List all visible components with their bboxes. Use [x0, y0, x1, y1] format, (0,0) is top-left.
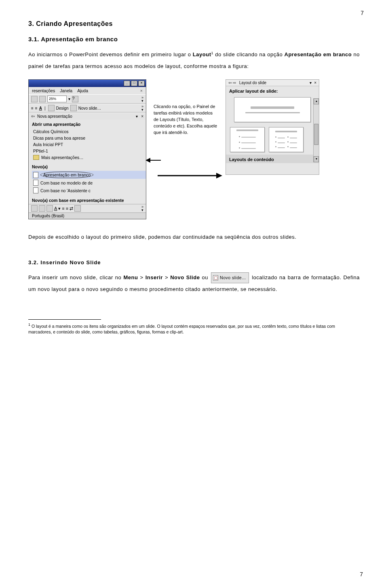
- heading-3-2: 3.2. Inserindo Novo Slide: [28, 259, 360, 265]
- text: do slide clicando na opção: [213, 51, 285, 57]
- layout-pane-header[interactable]: ⇦ ⇨ Layout do slide ▾ ×: [226, 80, 319, 86]
- button-label: Novo slide…: [220, 273, 246, 282]
- toolbar-overflow-icon[interactable]: »▾: [141, 96, 143, 102]
- footnote-text: O layout é a maneira como os itens são o…: [28, 324, 335, 334]
- arrow-right-icon: [158, 172, 222, 180]
- layout-pane-title: Layout do slide: [236, 81, 310, 85]
- text-bold-apres: Apresentação em branco: [285, 51, 352, 57]
- pane-header[interactable]: ⇦ Nova apresentação ▾ ×: [29, 113, 146, 120]
- layout-thumbnail-title[interactable]: [234, 97, 311, 122]
- open-item[interactable]: Cálculos Químicos: [32, 128, 146, 135]
- toolbar-overflow-icon[interactable]: »▾: [141, 205, 143, 212]
- text: Para inserir um novo slide, clicar no: [28, 274, 123, 280]
- callout-text: Clicando na opção, o Painel de tarefas e…: [154, 104, 218, 136]
- section-new: Novo(a): [29, 162, 146, 170]
- heading-3-1: 3.1. Apresentação em branco: [28, 36, 360, 42]
- toolbar-2: ≡≡ A | Design Novo slide… »▾: [29, 104, 146, 113]
- new-blank-presentation[interactable]: Apresentação em branco: [32, 171, 146, 179]
- separator: >: [138, 274, 145, 280]
- paragraph-after-figs: Depois de escolhido o layout do primeiro…: [28, 231, 360, 243]
- open-item[interactable]: Dicas para uma boa aprese: [32, 135, 146, 141]
- list-item-label: PPtiel-1: [33, 149, 48, 153]
- view-icon[interactable]: [39, 205, 45, 212]
- toolbar-icon[interactable]: [39, 96, 46, 102]
- document-icon: [33, 180, 38, 186]
- open-item[interactable]: Aula Inicial PPT: [32, 141, 146, 148]
- menu-window[interactable]: Janela: [60, 88, 72, 93]
- footnote: 1 O layout é a maneira como os itens são…: [28, 322, 360, 335]
- list-new: Apresentação em branco Com base no model…: [29, 170, 146, 196]
- text-bold-layout: Layout: [193, 51, 211, 57]
- window-titlebar: _ □ ×: [29, 80, 146, 87]
- view-icon[interactable]: [46, 205, 53, 212]
- close-button[interactable]: ×: [138, 81, 145, 86]
- list-item-label: Com base no modelo de de: [40, 180, 93, 185]
- prev-icon[interactable]: ⇦ ⇨: [228, 81, 236, 85]
- minimize-button[interactable]: _: [124, 81, 130, 86]
- paragraph-3-1: Ao iniciarmos o PowerPoint devemos defin…: [28, 49, 360, 72]
- help-icon[interactable]: ?: [72, 96, 78, 102]
- page-number-top: 7: [361, 10, 364, 16]
- toolbar-overflow-icon[interactable]: »▾: [141, 105, 143, 111]
- scroll-up-icon[interactable]: ▴: [314, 98, 319, 104]
- view-icon[interactable]: [31, 205, 38, 212]
- toolbar-icon[interactable]: [31, 96, 38, 102]
- new-slide-button[interactable]: Novo slide…: [78, 106, 101, 110]
- content-layouts-label: Layouts de conteúdo: [226, 155, 319, 163]
- maximize-button[interactable]: □: [131, 81, 137, 86]
- new-slide-toolbar-button[interactable]: Novo slide…: [211, 272, 249, 283]
- new-slide-label: Novo Slide: [170, 274, 200, 280]
- design-icon[interactable]: [48, 105, 55, 111]
- close-pane-icon[interactable]: ×: [314, 81, 316, 85]
- open-item[interactable]: PPtiel-1: [32, 148, 146, 154]
- figure-right-layoutpane: ⇦ ⇨ Layout do slide ▾ × Aplicar layout d…: [226, 79, 319, 175]
- heading-main: 3. Criando Apresentações: [28, 20, 360, 28]
- design-button[interactable]: Design: [56, 106, 69, 110]
- menubar: resentações Janela Ajuda ×: [29, 87, 146, 94]
- arrow-left-icon: [146, 154, 162, 166]
- status-bar: Português (Brasil): [29, 212, 146, 219]
- new-from-wizard[interactable]: Com base no 'Assistente c: [32, 187, 146, 194]
- scroll-thumb[interactable]: [314, 124, 318, 145]
- section-based-on: Novo(a) com base em apresentação existen…: [29, 196, 146, 204]
- insert-label: Inserir: [146, 274, 163, 280]
- layout-thumbnail[interactable]: [269, 127, 304, 152]
- document-icon: [33, 187, 38, 193]
- menu-presentations[interactable]: resentações: [32, 88, 55, 93]
- list-item-label: Mais apresentações…: [41, 155, 83, 160]
- footnote-separator: [28, 319, 101, 320]
- pane-title: Nova apresentação: [35, 114, 136, 119]
- svg-marker-3: [216, 173, 222, 178]
- new-slide-icon[interactable]: [70, 105, 77, 111]
- zoom-combo[interactable]: 25%: [47, 96, 67, 102]
- menu-label: Menu: [123, 274, 138, 280]
- menu-help[interactable]: Ajuda: [77, 88, 88, 93]
- list-item-label: Aula Inicial PPT: [33, 142, 63, 147]
- section-open: Abrir uma apresentação: [29, 120, 146, 127]
- view-icon[interactable]: [74, 205, 81, 212]
- view-buttons-row: A ▾ ≡≡⇄ »▾: [29, 204, 146, 212]
- prev-icon[interactable]: ⇦: [31, 114, 35, 119]
- figure-left-taskpane: _ □ × resentações Janela Ajuda × 25% ▾ ?…: [28, 79, 146, 219]
- dropdown-icon[interactable]: ▾: [310, 81, 312, 85]
- toolbar-1: 25% ▾ ? »▾: [29, 94, 146, 104]
- text: ou: [200, 274, 210, 280]
- list-open: Cálculos Químicos Dicas para uma boa apr…: [29, 127, 146, 162]
- text: Ao iniciarmos o PowerPoint devemos defin…: [28, 51, 193, 57]
- open-item-more[interactable]: Mais apresentações…: [32, 154, 146, 161]
- close-pane-icon[interactable]: ×: [141, 114, 143, 119]
- document-icon: [33, 172, 38, 178]
- separator: >: [163, 274, 170, 280]
- svg-marker-1: [146, 158, 150, 163]
- list-item-label-circled: Apresentação em branco: [40, 172, 93, 178]
- page-number-bottom: 7: [360, 571, 363, 577]
- new-from-template[interactable]: Com base no modelo de de: [32, 179, 146, 187]
- scroll-down-icon[interactable]: ▾: [314, 156, 319, 162]
- dropdown-icon[interactable]: ▾: [136, 114, 138, 119]
- folder-icon: [33, 155, 39, 160]
- list-item-label: Com base no 'Assistente c: [40, 188, 91, 193]
- new-slide-icon: [213, 275, 218, 280]
- list-item-label: Dicas para uma boa aprese: [33, 136, 85, 140]
- layout-thumbnail[interactable]: [230, 127, 265, 152]
- scrollbar[interactable]: ▴ ▾: [313, 98, 319, 162]
